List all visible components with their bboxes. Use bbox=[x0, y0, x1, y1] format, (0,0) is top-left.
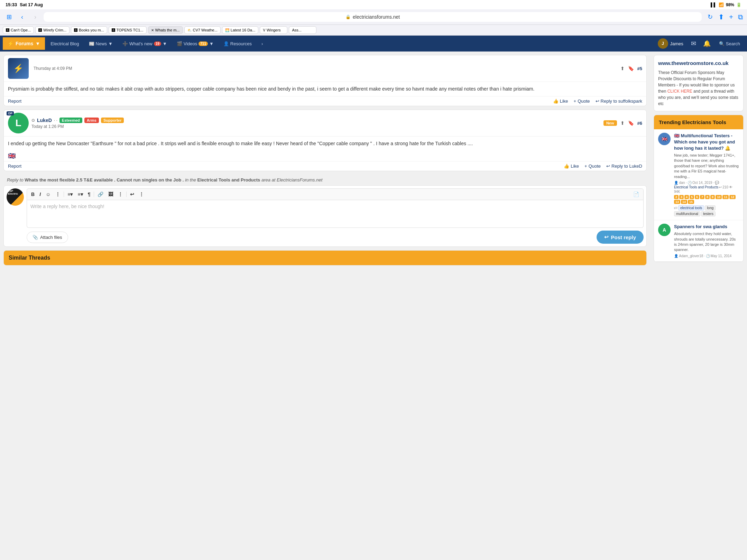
wifi-icon: 📶 bbox=[719, 2, 724, 7]
tabs-button[interactable]: ⧉ bbox=[738, 13, 743, 21]
tab-item[interactable]: 🅰 Wirefy Crim... bbox=[35, 26, 70, 34]
post-6-username[interactable]: LukeD bbox=[37, 118, 52, 123]
post-6-number: #6 bbox=[637, 121, 642, 126]
page-badge[interactable]: 5 bbox=[690, 195, 694, 199]
nav-more-button[interactable]: › bbox=[257, 38, 267, 50]
tag-electrical-tools[interactable]: electrical tools bbox=[678, 205, 704, 211]
toolbar-bold-button[interactable]: B bbox=[30, 191, 36, 198]
nav-mail-button[interactable]: ✉ bbox=[688, 37, 699, 50]
toolbar-separator bbox=[64, 192, 64, 197]
share-button[interactable]: ⬆ bbox=[718, 13, 724, 21]
status-date: Sat 17 Aug bbox=[20, 2, 43, 7]
forward-button[interactable]: › bbox=[30, 12, 40, 22]
page-badge[interactable]: 3 bbox=[679, 195, 684, 199]
toolbar-more3-button[interactable]: ⋮ bbox=[138, 191, 145, 198]
battery-indicator: 98% bbox=[726, 2, 734, 7]
page-badge[interactable]: 8 bbox=[705, 195, 710, 199]
tab-label: Books you m... bbox=[79, 28, 104, 32]
tab-item[interactable]: ⛅ CV7 Weathe... bbox=[184, 26, 221, 34]
page-badge[interactable]: 4 bbox=[684, 195, 689, 199]
sponsor-url[interactable]: www.thewetroomstore.co.uk bbox=[658, 59, 739, 67]
tab-favicon: ⛅ bbox=[187, 28, 192, 32]
trending-1-content: 🇬🇧 Multifunctional Testers - Which one h… bbox=[674, 133, 739, 217]
post-5-like-button[interactable]: 👍 Like bbox=[553, 99, 568, 104]
post-6-avatar: L bbox=[8, 113, 29, 133]
address-bar[interactable]: 🔒 electriciansforums.net bbox=[44, 12, 702, 22]
page-badge[interactable]: 9 bbox=[710, 195, 715, 199]
toolbar-link-button[interactable]: 🔗 bbox=[96, 191, 105, 198]
forums-button[interactable]: ⚡ Forums ▼ bbox=[3, 37, 45, 50]
tag-long[interactable]: long bbox=[705, 205, 716, 211]
post-6-reply-button[interactable]: ↩ Reply to LukeD bbox=[606, 164, 642, 169]
tab-favicon: 🅰 bbox=[112, 28, 115, 32]
toolbar-doc-button[interactable]: 📄 bbox=[632, 191, 640, 198]
nav-videos-dropdown-icon: ▼ bbox=[209, 41, 214, 46]
reply-text-input[interactable]: Write a reply here, be nice though! bbox=[27, 200, 644, 228]
tab-item[interactable]: 🅰 TOPENS TC1... bbox=[109, 26, 147, 34]
reply-area: Electrical Tools and Products bbox=[197, 177, 260, 183]
post-5-share-button[interactable]: ⬆ bbox=[620, 66, 625, 71]
tag-multifunctional[interactable]: multifunctional bbox=[674, 211, 700, 216]
tab-item-active[interactable]: ✕ Whats the m... bbox=[148, 26, 183, 34]
tab-item[interactable]: 🌅 Latest 16 Da... bbox=[222, 26, 259, 34]
nav-more-icon: › bbox=[261, 41, 263, 46]
page-badge[interactable]: 13 bbox=[674, 200, 680, 204]
toolbar-para-button[interactable]: ¶ bbox=[86, 191, 92, 198]
nav-user-button[interactable]: J James bbox=[654, 36, 687, 52]
toolbar-more2-button[interactable]: ⋮ bbox=[117, 191, 124, 198]
back-button[interactable]: ‹ bbox=[17, 12, 27, 22]
tab-item[interactable]: 🅰 Books you m... bbox=[71, 26, 107, 34]
post-5-bookmark-button[interactable]: 🔖 bbox=[628, 66, 634, 71]
toolbar-more1-button[interactable]: ⋮ bbox=[54, 191, 62, 198]
tab-favicon: 🅰 bbox=[74, 28, 77, 32]
nav-item-resources[interactable]: 👤 Resources bbox=[219, 38, 256, 50]
post-reply-button[interactable]: ↩ Post reply bbox=[597, 231, 644, 244]
nav-item-blog[interactable]: Electrical Blog bbox=[46, 38, 83, 50]
post-6-quote-button[interactable]: + Quote bbox=[584, 164, 601, 169]
toolbar-italic-button[interactable]: I bbox=[38, 191, 42, 198]
nav-bell-button[interactable]: 🔔 bbox=[700, 37, 713, 50]
toolbar-undo-button[interactable]: ↩ bbox=[129, 191, 136, 198]
post-5-footer: Report 👍 Like + Quote ↩ Reply to suffolk… bbox=[4, 96, 646, 106]
page-badge[interactable]: 15 bbox=[688, 200, 694, 204]
nav-item-videos[interactable]: 🎬 Videos 711 ▼ bbox=[173, 38, 218, 50]
post-5-report-link[interactable]: Report bbox=[8, 99, 21, 104]
battery-icon: 🔋 bbox=[736, 2, 741, 7]
sponsor-click-here[interactable]: CLICK HERE bbox=[667, 89, 692, 94]
tab-item[interactable]: Ass... bbox=[289, 26, 316, 34]
nav-search-button[interactable]: 🔍 Search bbox=[715, 38, 744, 49]
page-badge[interactable]: 12 bbox=[729, 195, 736, 199]
page-badge[interactable]: 14 bbox=[681, 200, 687, 204]
nav-item-whats-new[interactable]: ➕ What's new 19 ▼ bbox=[118, 38, 171, 50]
post-6-bookmark-button[interactable]: 🔖 bbox=[628, 120, 634, 126]
tab-label: Can't Ope... bbox=[11, 28, 31, 32]
new-tab-button[interactable]: + bbox=[729, 13, 733, 21]
post-6-share-button[interactable]: ⬆ bbox=[620, 120, 625, 126]
post-6-like-button[interactable]: 👍 Like bbox=[564, 164, 579, 169]
toolbar-list-button[interactable]: ≡▾ bbox=[66, 191, 74, 198]
trending-2-title[interactable]: Spanners for swa glands bbox=[674, 224, 739, 230]
page-badge[interactable]: 7 bbox=[700, 195, 704, 199]
trending-1-bell[interactable]: 🔔 bbox=[725, 146, 730, 151]
nav-item-news[interactable]: 📰 News ▼ bbox=[85, 38, 117, 50]
sidebar-toggle-button[interactable]: ⊞ bbox=[4, 12, 14, 22]
tab-item[interactable]: V Wingers bbox=[260, 26, 287, 34]
toolbar-image-button[interactable]: 🖼 bbox=[107, 191, 114, 198]
post-5-reply-button[interactable]: ↩ Reply to suffolkspark bbox=[596, 99, 642, 104]
page-badge[interactable]: 11 bbox=[722, 195, 729, 199]
tab-label: TOPENS TC1... bbox=[117, 28, 144, 32]
post-5-quote-button[interactable]: + Quote bbox=[574, 99, 590, 104]
tag-testers[interactable]: testers bbox=[701, 211, 716, 216]
post-6-report-link[interactable]: Report bbox=[8, 164, 21, 169]
toolbar-align-button[interactable]: ≡▾ bbox=[76, 191, 84, 198]
reply-thread-title: Whats the most flexible 2.5 T&E availabl… bbox=[25, 177, 184, 183]
toolbar-emoji-button[interactable]: ☺ bbox=[44, 191, 52, 198]
tab-item[interactable]: 🅰 Can't Ope... bbox=[3, 26, 34, 34]
page-badge[interactable]: 10 bbox=[716, 195, 722, 199]
attach-files-button[interactable]: 📎 Attach files bbox=[27, 232, 68, 243]
paperclip-icon: 📎 bbox=[33, 235, 38, 240]
page-badge[interactable]: 2 bbox=[674, 195, 679, 199]
refresh-button[interactable]: ↻ bbox=[705, 12, 715, 22]
trending-1-title[interactable]: 🇬🇧 Multifunctional Testers - Which one h… bbox=[674, 133, 739, 152]
page-badge[interactable]: 6 bbox=[695, 195, 699, 199]
